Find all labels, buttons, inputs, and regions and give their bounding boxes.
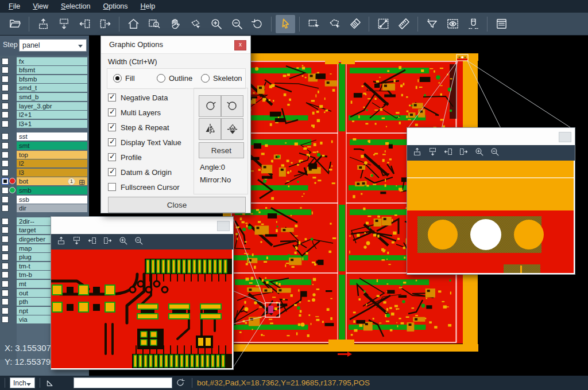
layer-row[interactable]: smd_t	[0, 84, 89, 92]
checkbox-display-text-value[interactable]: Display Text Value	[108, 135, 194, 150]
layer-visibility-checkbox[interactable]	[2, 103, 9, 110]
layer-row[interactable]: bot 1	[0, 177, 89, 185]
menu-view[interactable]: View	[26, 0, 55, 13]
checkbox-box[interactable]	[108, 108, 116, 116]
layer-row[interactable]: bfsmb	[0, 75, 89, 83]
menu-options[interactable]: Options	[96, 0, 134, 13]
layer-visibility-checkbox[interactable]	[2, 236, 9, 243]
layer-visibility-checkbox[interactable]	[2, 160, 9, 167]
checkbox-box[interactable]	[108, 93, 116, 102]
radio-fill[interactable]: Fill	[113, 74, 135, 83]
layer-visibility-checkbox[interactable]	[2, 76, 9, 83]
magnifier-button-zoom-out[interactable]	[490, 147, 500, 159]
layer-visibility-checkbox[interactable]	[2, 142, 9, 149]
layer-row[interactable]: l3	[0, 169, 89, 177]
layer-row[interactable]: smt	[0, 142, 89, 150]
menu-selection[interactable]: Selection	[55, 0, 96, 13]
close-button[interactable]: Close	[108, 197, 246, 213]
magnifier-window-1[interactable]	[51, 216, 234, 370]
step-dropdown[interactable]: panel	[19, 39, 87, 52]
layer-visibility-checkbox[interactable]	[2, 187, 9, 194]
layer-row[interactable]: sst	[0, 132, 89, 141]
unit-dropdown[interactable]: Inch	[10, 377, 35, 388]
layer-visibility-checkbox[interactable]	[2, 245, 9, 252]
magnifier-button-pan-down[interactable]	[72, 236, 82, 248]
toolbar-button-home[interactable]	[123, 15, 143, 33]
layer-row[interactable]: smd_b	[0, 93, 89, 101]
toolbar-button-pan-right[interactable]	[95, 15, 115, 33]
magnifier-button-pan-down[interactable]	[428, 147, 438, 159]
magnifier-button-pan-right[interactable]	[459, 147, 469, 159]
checkbox-box[interactable]	[108, 183, 116, 191]
toolbar-button-eye-view[interactable]	[443, 15, 462, 33]
rotate-ccw-button[interactable]	[221, 95, 243, 117]
checkbox-multi-layers[interactable]: Multi Layers	[108, 105, 194, 120]
layer-visibility-checkbox[interactable]	[2, 227, 9, 233]
layer-visibility-checkbox[interactable]	[2, 120, 9, 127]
layer-row[interactable]: ssb	[0, 196, 89, 204]
layer-visibility-checkbox[interactable]	[2, 253, 9, 260]
toolbar-button-zoom-previous[interactable]	[247, 15, 267, 33]
layer-visibility-checkbox[interactable]	[2, 151, 9, 158]
layer-visibility-checkbox[interactable]	[2, 178, 9, 185]
magnifier-button-pan-right[interactable]	[103, 236, 113, 248]
toolbar-button-filter[interactable]	[422, 15, 442, 33]
magnifier-button-pan-left[interactable]	[443, 147, 453, 159]
checkbox-box[interactable]	[108, 168, 116, 176]
layer-visibility-checkbox[interactable]	[2, 133, 9, 140]
mirror-h-button[interactable]	[199, 118, 221, 140]
toolbar-button-pan-hand[interactable]	[165, 15, 184, 33]
layer-visibility-checkbox[interactable]	[2, 84, 9, 91]
layer-visibility-checkbox[interactable]	[2, 196, 9, 203]
toolbar-button-vertex-select[interactable]	[185, 15, 205, 33]
checkbox-negative-data[interactable]: Negative Data	[108, 90, 194, 105]
toolbar-button-ruler[interactable]	[394, 15, 413, 33]
close-icon[interactable]: x	[234, 40, 246, 50]
toolbar-button-select-cursor[interactable]	[276, 15, 295, 33]
layer-visibility-checkbox[interactable]	[2, 316, 9, 323]
magnifier-button-zoom-out[interactable]	[134, 236, 144, 248]
mirror-v-button[interactable]	[221, 118, 243, 140]
layer-row[interactable]: top	[0, 151, 89, 159]
layer-visibility-checkbox[interactable]	[2, 298, 9, 305]
toolbar-button-zoom-in[interactable]	[206, 15, 226, 33]
layer-visibility-checkbox[interactable]	[2, 169, 9, 176]
layer-row[interactable]: dir	[0, 204, 89, 212]
toolbar-button-measure-line[interactable]	[373, 15, 393, 33]
checkbox-box[interactable]	[108, 123, 116, 131]
radio-outline[interactable]: Outline	[157, 74, 192, 83]
toolbar-button-poly-select[interactable]	[324, 15, 344, 33]
layer-visibility-checkbox[interactable]	[2, 263, 9, 270]
toolbar-button-zoom-area[interactable]	[144, 15, 164, 33]
toolbar-button-rect-select[interactable]	[304, 15, 323, 33]
layer-visibility-checkbox[interactable]	[2, 280, 9, 287]
layer-visibility-checkbox[interactable]	[2, 205, 9, 212]
checkbox-box[interactable]	[108, 138, 116, 146]
checkbox-profile[interactable]: Profile	[108, 150, 194, 165]
magnifier-titlebar[interactable]	[51, 217, 233, 234]
toolbar-button-zoom-out[interactable]	[227, 15, 246, 33]
dialog-titlebar[interactable]: Graphic Options x	[101, 36, 250, 54]
layer-visibility-checkbox[interactable]	[2, 271, 9, 278]
toolbar-button-open-folder[interactable]	[5, 15, 25, 33]
magnifier-titlebar[interactable]	[407, 128, 575, 145]
layer-visibility-checkbox[interactable]	[2, 93, 9, 100]
layer-row[interactable]: smb	[0, 186, 89, 194]
window-button[interactable]	[559, 132, 571, 142]
layer-visibility-checkbox[interactable]	[2, 307, 9, 314]
refresh-icon[interactable]	[175, 377, 185, 390]
layer-row[interactable]: l3+1	[0, 120, 89, 128]
magnifier-button-pan-left[interactable]	[87, 236, 97, 248]
radio-skeleton[interactable]: Skeleton	[201, 74, 242, 83]
toolbar-button-pan-down[interactable]	[54, 15, 74, 33]
menu-file[interactable]: File	[2, 0, 26, 13]
magnifier-button-zoom-in[interactable]	[474, 147, 484, 159]
toolbar-button-snap-magnet[interactable]	[463, 15, 483, 33]
layer-visibility-checkbox[interactable]	[2, 111, 9, 118]
command-input[interactable]	[74, 377, 172, 388]
menu-help[interactable]: Help	[134, 0, 162, 13]
layer-row[interactable]: layer_3.gbr	[0, 102, 89, 110]
magnifier-button-pan-up[interactable]	[56, 236, 66, 248]
magnifier-button-zoom-in[interactable]	[118, 236, 128, 248]
checkbox-step-repeat[interactable]: Step & Repeat	[108, 120, 194, 135]
